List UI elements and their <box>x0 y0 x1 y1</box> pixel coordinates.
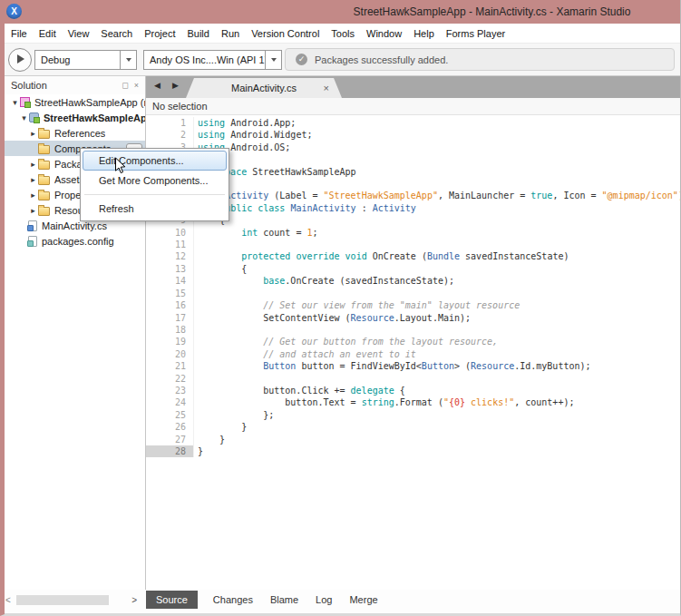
code-line-text <box>194 324 198 336</box>
menu-item-forms-player[interactable]: Forms Player <box>446 28 505 39</box>
menu-item-project[interactable]: Project <box>144 28 175 39</box>
line-number: 2 <box>146 129 194 141</box>
tree-item-label: StreetHawkSampleApp <box>44 112 145 123</box>
code-line[interactable]: 19 // Get our button from the layout res… <box>146 336 680 347</box>
tree-item-streethawksampleapp[interactable]: ▾StreetHawkSampleApp <box>5 110 145 125</box>
code-line[interactable]: 22 <box>146 373 680 385</box>
expander-icon[interactable]: ▾ <box>10 98 20 107</box>
code-line[interactable]: 12 protected override void OnCreate (Bun… <box>146 250 680 262</box>
context-menu-item-edit-components[interactable]: Edit Components... <box>83 151 227 171</box>
navigate-forward-icon[interactable]: ▶ <box>172 81 179 90</box>
tab-close-icon[interactable]: × <box>324 78 329 98</box>
code-line[interactable]: 26 } <box>146 421 680 433</box>
line-number: 19 <box>146 336 194 347</box>
code-line[interactable]: 1using Android.App; <box>146 117 680 129</box>
scroll-right-icon[interactable]: > <box>131 594 137 606</box>
code-line[interactable]: 21 Button button = FindViewById<Button> … <box>146 360 680 372</box>
code-line-text: { <box>194 263 247 275</box>
code-line-text: using Android.Widget; <box>194 129 312 141</box>
line-number: 12 <box>146 250 194 262</box>
close-icon[interactable]: × <box>134 81 139 90</box>
code-line-text: }; <box>194 409 274 421</box>
project-icon <box>29 112 39 122</box>
device-dropdown[interactable]: Andy OS Inc....Win (API 17) <box>143 50 282 70</box>
code-line[interactable]: 24 button.Text = string.Format ("{0} cli… <box>146 396 680 408</box>
code-line-text: Button button = FindViewById<Button> (Re… <box>194 360 591 372</box>
folder-icon <box>38 191 50 200</box>
code-line[interactable]: 17 SetContentView (Resource.Layout.Main)… <box>146 312 680 324</box>
code-line[interactable]: 28} <box>146 445 680 457</box>
expander-icon[interactable]: ▸ <box>28 175 38 184</box>
menu-item-file[interactable]: File <box>11 28 27 39</box>
menu-item-help[interactable]: Help <box>413 28 434 39</box>
code-line[interactable]: 10 int count = 1; <box>146 227 680 239</box>
view-tab-log[interactable]: Log <box>314 591 334 609</box>
code-line-text: } <box>194 421 247 433</box>
code-line-text <box>194 373 198 385</box>
folder-icon <box>38 145 50 154</box>
context-menu: Edit Components...Get More Components...… <box>80 148 229 221</box>
tree-item-references[interactable]: ▸References <box>5 125 145 141</box>
line-number: 17 <box>146 312 194 324</box>
code-line[interactable]: 15 <box>146 288 680 299</box>
context-menu-item-get-more-components[interactable]: Get More Components... <box>83 171 227 191</box>
run-button[interactable] <box>8 48 32 72</box>
folder-icon <box>38 176 50 185</box>
code-line[interactable]: 20 // and attach an event to it <box>146 348 680 360</box>
code-line-text: [Activity (Label = "StreetHawkSampleApp"… <box>194 190 680 201</box>
device-dropdown-button[interactable] <box>265 51 281 69</box>
configuration-dropdown-button[interactable] <box>120 51 136 69</box>
dock-icon[interactable]: ◻ <box>122 81 128 90</box>
line-number: 10 <box>146 227 194 239</box>
line-number: 24 <box>146 396 194 408</box>
line-number: 22 <box>146 373 194 385</box>
code-line[interactable]: 27 } <box>146 434 680 445</box>
scroll-left-icon[interactable]: < <box>5 594 11 606</box>
code-line[interactable]: 23 button.Click += delegate { <box>146 385 680 396</box>
horizontal-scrollbar[interactable]: < > <box>5 594 142 606</box>
expander-icon[interactable]: ▸ <box>28 206 38 215</box>
tree-item-streethawksampleapp-mas[interactable]: ▾StreetHawkSampleApp (mas <box>5 94 145 110</box>
expander-icon[interactable]: ▸ <box>28 129 38 138</box>
tree-item-packages-config[interactable]: packages.config <box>5 233 145 249</box>
context-menu-item-refresh[interactable]: Refresh <box>83 199 227 219</box>
code-line[interactable]: 11 <box>146 239 680 250</box>
toolbar: Debug Andy OS Inc....Win (API 17) ✓ Pack… <box>0 44 681 76</box>
editor-tab-mainactivity[interactable]: MainActivity.cs × <box>186 78 342 98</box>
configuration-dropdown[interactable]: Debug <box>34 50 137 70</box>
menu-item-version-control[interactable]: Version Control <box>251 28 319 39</box>
device-value: Andy OS Inc....Win (API 17) <box>144 54 265 65</box>
code-line[interactable]: 25 }; <box>146 409 680 421</box>
solution-icon <box>20 97 30 107</box>
code-line[interactable]: 14 base.OnCreate (savedInstanceState); <box>146 275 680 287</box>
menu-item-tools[interactable]: Tools <box>331 28 355 39</box>
expander-icon[interactable]: ▾ <box>19 113 29 122</box>
code-line[interactable]: 2using Android.Widget; <box>146 129 680 141</box>
menu-item-window[interactable]: Window <box>366 28 402 39</box>
scrollbar-thumb[interactable] <box>16 595 109 605</box>
code-line-text: // Get our button from the layout resour… <box>194 336 498 347</box>
menu-item-edit[interactable]: Edit <box>39 28 56 39</box>
code-line[interactable]: 18 <box>146 324 680 336</box>
code-line[interactable]: 13 { <box>146 263 680 275</box>
expander-icon[interactable]: ▸ <box>28 191 38 200</box>
navigate-back-icon[interactable]: ◀ <box>154 81 161 90</box>
line-number: 16 <box>146 299 194 311</box>
code-line-text: base.OnCreate (savedInstanceState); <box>194 275 454 287</box>
menu-item-build[interactable]: Build <box>187 28 209 39</box>
line-number: 18 <box>146 324 194 336</box>
view-tab-blame[interactable]: Blame <box>268 591 300 609</box>
menu-bar: FileEditViewSearchProjectBuildRunVersion… <box>0 24 681 44</box>
menu-item-view[interactable]: View <box>68 28 90 39</box>
code-line[interactable]: 16 // Set our view from the "main" layou… <box>146 299 680 311</box>
line-number: 13 <box>146 263 194 275</box>
check-icon: ✓ <box>296 54 307 65</box>
view-tab-merge[interactable]: Merge <box>347 591 379 609</box>
line-number: 1 <box>146 117 194 129</box>
menu-item-run[interactable]: Run <box>221 28 239 39</box>
expander-icon[interactable]: ▸ <box>28 160 38 169</box>
view-tab-source[interactable]: Source <box>146 591 198 609</box>
menu-item-search[interactable]: Search <box>101 28 132 39</box>
bottom-bar: < > SourceChangesBlameLogMerge <box>0 590 681 614</box>
view-tab-changes[interactable]: Changes <box>211 591 255 609</box>
